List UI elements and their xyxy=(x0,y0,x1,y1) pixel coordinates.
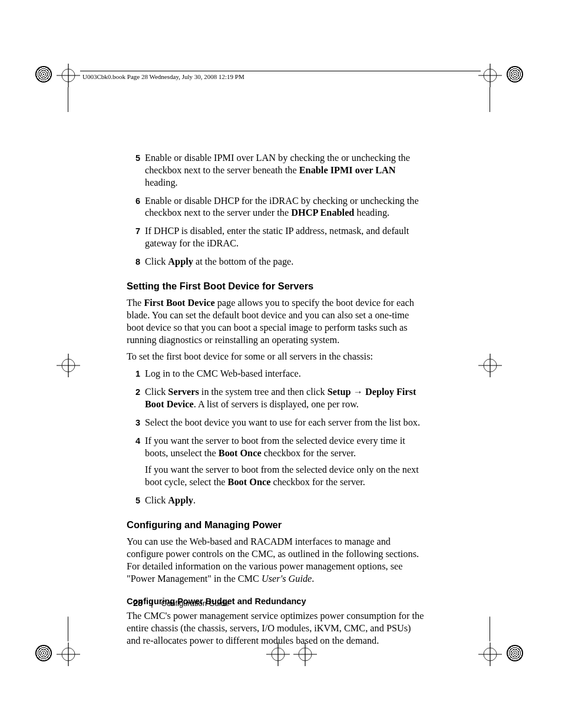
step-body: If you want the server to boot from the … xyxy=(145,435,427,489)
step-body: If DHCP is disabled, enter the static IP… xyxy=(145,225,427,250)
heading-first-boot: Setting the First Boot Device for Server… xyxy=(127,280,427,292)
crop-line xyxy=(490,617,490,641)
page-content: 5Enable or disable IPMI over LAN by chec… xyxy=(127,152,427,652)
footer-sep: | xyxy=(151,599,153,608)
paragraph: To set the first boot device for some or… xyxy=(127,351,427,363)
step-item: 4If you want the server to boot from the… xyxy=(127,435,427,489)
paragraph: You can use the Web-based and RACADM int… xyxy=(127,536,427,585)
step-body: Log in to the CMC Web-based interface. xyxy=(145,368,427,380)
paragraph: The First Boot Device page allows you to… xyxy=(127,297,427,346)
step-item: 2Click Servers in the system tree and th… xyxy=(127,386,427,411)
step-item: 8Click Apply at the bottom of the page. xyxy=(127,256,427,268)
steps-list-firstboot: 1Log in to the CMC Web-based interface.2… xyxy=(127,368,427,507)
step-number: 5 xyxy=(123,495,145,507)
step-body: Click Servers in the system tree and the… xyxy=(145,386,427,411)
crop-line xyxy=(68,87,68,112)
step-body: Click Apply. xyxy=(145,495,427,507)
step-item: 5Click Apply. xyxy=(127,495,427,507)
step-item: 1Log in to the CMC Web-based interface. xyxy=(127,368,427,380)
page-number: 28 xyxy=(133,598,143,608)
crop-target-icon xyxy=(55,353,81,378)
step-number: 1 xyxy=(123,368,145,380)
page-footer: 28 | Configuration Guide xyxy=(133,598,229,608)
crop-target-icon xyxy=(477,62,503,88)
step-body: Enable or disable DHCP for the iDRAC by … xyxy=(145,195,427,220)
heading-power: Configuring and Managing Power xyxy=(127,519,427,531)
step-item: 6Enable or disable DHCP for the iDRAC by… xyxy=(127,195,427,220)
step-item: 3Select the boot device you want to use … xyxy=(127,417,427,429)
crop-ball-icon xyxy=(507,66,523,83)
step-number: 8 xyxy=(123,256,145,268)
crop-ball-icon xyxy=(35,66,52,83)
crop-target-icon xyxy=(477,353,503,378)
running-header: U003Cbk0.book Page 28 Wednesday, July 30… xyxy=(82,73,244,80)
step-number: 4 xyxy=(123,435,145,489)
crop-line xyxy=(490,87,490,112)
step-number: 2 xyxy=(123,386,145,411)
step-number: 7 xyxy=(123,225,145,250)
step-number: 6 xyxy=(123,195,145,220)
page: U003Cbk0.book Page 28 Wednesday, July 30… xyxy=(0,0,562,728)
step-body: Enable or disable IPMI over LAN by check… xyxy=(145,152,427,189)
crop-ball-icon xyxy=(35,645,52,661)
header-rule xyxy=(80,71,481,71)
step-number: 5 xyxy=(123,152,145,189)
step-item: 7If DHCP is disabled, enter the static I… xyxy=(127,225,427,250)
step-body: Select the boot device you want to use f… xyxy=(145,417,427,429)
step-item: 5Enable or disable IPMI over LAN by chec… xyxy=(127,152,427,189)
step-number: 3 xyxy=(123,417,145,429)
crop-target-icon xyxy=(55,62,81,88)
crop-ball-icon xyxy=(507,645,523,661)
crop-target-icon xyxy=(55,641,81,667)
footer-label: Configuration Guide xyxy=(161,599,230,608)
steps-list-top: 5Enable or disable IPMI over LAN by chec… xyxy=(127,152,427,268)
paragraph: The CMC's power management service optim… xyxy=(127,610,427,647)
crop-line xyxy=(68,617,68,641)
step-body: Click Apply at the bottom of the page. xyxy=(145,256,427,268)
crop-target-icon xyxy=(477,641,503,667)
